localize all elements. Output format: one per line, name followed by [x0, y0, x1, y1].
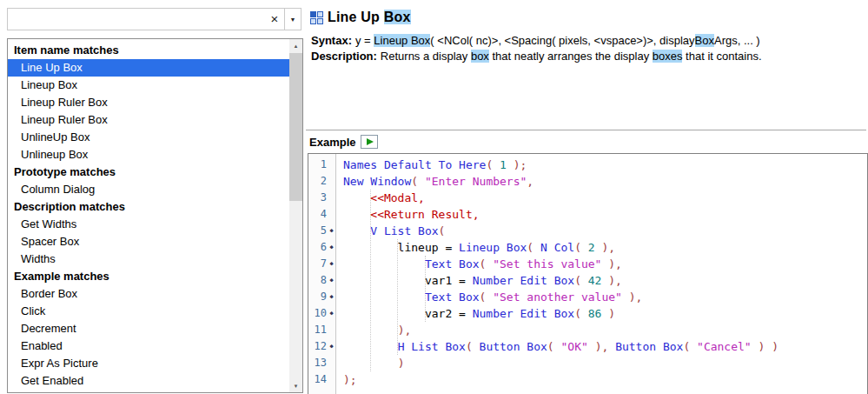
text-part: that neatly arranges the display: [489, 50, 653, 63]
fold-marker-icon: ◆: [328, 256, 335, 272]
code-text[interactable]: lineup = Lineup Box( N Col( 2 ),: [335, 239, 615, 256]
line-number-cell: 5◆: [308, 223, 335, 239]
list-item[interactable]: Lineup Box: [8, 77, 289, 94]
match-highlight: Box: [384, 10, 411, 24]
list-item[interactable]: Get Enabled: [8, 372, 289, 390]
match-highlight: Box: [695, 34, 714, 47]
line-number-cell: 3: [308, 190, 335, 206]
list-item[interactable]: Expr As Picture: [8, 355, 289, 372]
scroll-down-button[interactable]: ▼: [289, 379, 302, 392]
list-item[interactable]: Lineup Ruler Box: [8, 94, 289, 111]
list-item[interactable]: UnlineUp Box: [8, 129, 289, 146]
list-item[interactable]: Unlineup Box: [8, 146, 289, 164]
description-label: Description:: [311, 50, 377, 63]
line-number-cell: 13: [308, 355, 335, 371]
code-token: (: [466, 340, 480, 353]
list-item[interactable]: Line Up Box: [8, 59, 289, 77]
line-number-cell: 1: [308, 157, 335, 173]
list-item[interactable]: Lineup Ruler Box: [8, 111, 289, 129]
code-text[interactable]: ): [335, 355, 404, 371]
code-token: ,: [527, 175, 533, 188]
code-token: 1: [500, 158, 507, 171]
code-token: var1 =: [343, 274, 473, 287]
list-item[interactable]: Enabled: [8, 337, 289, 355]
code-text[interactable]: <<Modal,: [335, 190, 425, 206]
code-line: 8◆ var1 = Number Edit Box( 42 ),: [308, 272, 867, 289]
text-part: Returns a display: [381, 50, 471, 63]
list-item[interactable]: Get Widths: [8, 216, 289, 233]
match-highlight: Lineup Box: [374, 34, 430, 47]
search-dropdown-button[interactable]: ▼: [284, 9, 301, 30]
code-text[interactable]: Text Box( "Set another value" ),: [335, 289, 642, 305]
code-token: [343, 191, 370, 204]
code-text[interactable]: H List Box( Button Box( "OK" ), Button B…: [335, 338, 779, 355]
list-item[interactable]: Column Dialog: [8, 181, 289, 198]
run-script-button[interactable]: [361, 135, 378, 149]
code-token: [343, 324, 398, 337]
run-script-icon: [367, 138, 374, 145]
code-token: ) ): [752, 340, 779, 353]
code-token: H List Box: [398, 340, 466, 353]
list-group-header: Example matches: [8, 268, 289, 285]
code-token: );: [343, 373, 357, 386]
code-text[interactable]: Names Default To Here( 1 );: [335, 157, 527, 173]
code-token: <<Modal,: [370, 191, 425, 204]
code-text[interactable]: New Window( "Enter Numbers",: [335, 173, 533, 190]
section-divider: [306, 130, 866, 130]
example-row: Example: [309, 135, 378, 149]
list-item[interactable]: Click: [8, 303, 289, 320]
code-token: ),: [601, 257, 621, 270]
line-number: 3: [308, 190, 328, 206]
text-part: that it contains.: [682, 50, 761, 63]
search-input[interactable]: [8, 10, 265, 29]
description-line: Description:Returns a display box that n…: [311, 50, 762, 63]
line-number: 9: [308, 289, 328, 305]
code-line: 14);: [308, 371, 867, 388]
code-line: 13 ): [308, 355, 867, 371]
list-group-header: Description matches: [8, 198, 289, 216]
fold-marker-icon: ◆: [328, 338, 335, 355]
code-text[interactable]: var2 = Number Edit Box( 86 ): [335, 305, 615, 322]
code-token: Lineup Box: [459, 241, 527, 254]
code-token: [343, 224, 370, 237]
code-line: 4 <<Return Result,: [308, 206, 867, 223]
scroll-up-button[interactable]: ▲: [289, 39, 302, 52]
code-editor[interactable]: 1Names Default To Here( 1 );2New Window(…: [308, 153, 868, 394]
code-text[interactable]: Text Box( "Set this value" ),: [335, 256, 622, 272]
clear-search-icon[interactable]: ×: [265, 9, 284, 30]
code-text[interactable]: V List Box(: [335, 223, 445, 239]
list-item[interactable]: Widths: [8, 250, 289, 268]
code-text[interactable]: <<Return Result,: [335, 206, 480, 223]
code-token: 42: [588, 274, 602, 287]
list-item[interactable]: Spacer Box: [8, 233, 289, 250]
syntax-text: y = Lineup Box( <NCol( nc)>, <Spacing( p…: [355, 34, 760, 47]
line-number-cell: 14: [308, 371, 335, 388]
code-token: [343, 340, 398, 353]
list-item[interactable]: Border Box: [8, 285, 289, 303]
line-number: 5: [308, 223, 328, 239]
code-token: (: [574, 241, 588, 254]
code-text[interactable]: var1 = Number Edit Box( 42 ),: [335, 272, 622, 289]
line-number: 1: [308, 157, 328, 173]
code-token: (: [574, 274, 588, 287]
fold-marker-icon: ◆: [328, 239, 335, 256]
code-text[interactable]: ),: [335, 322, 411, 338]
scrollbar-thumb[interactable]: [289, 53, 302, 201]
code-line: 10◆ var2 = Number Edit Box( 86 ): [308, 305, 867, 322]
text-part: Line Up: [328, 10, 384, 24]
code-text[interactable]: );: [335, 371, 357, 388]
line-number-cell: 11: [308, 322, 335, 338]
code-token: "Set this value": [493, 257, 601, 270]
code-token: 2: [588, 241, 595, 254]
list-group-header: Prototype matches: [8, 164, 289, 181]
line-number-cell: 9◆: [308, 289, 335, 305]
line-number: 8: [308, 272, 328, 289]
line-number-cell: 8◆: [308, 272, 335, 289]
text-part: y =: [355, 34, 374, 47]
list-item[interactable]: Decrement: [8, 320, 289, 337]
code-token: N Col: [540, 241, 574, 254]
search-bar: × ▼: [7, 8, 301, 30]
code-token: [343, 257, 425, 270]
code-line: 7◆ Text Box( "Set this value" ),: [308, 256, 867, 272]
code-line: 9◆ Text Box( "Set another value" ),: [308, 289, 867, 305]
